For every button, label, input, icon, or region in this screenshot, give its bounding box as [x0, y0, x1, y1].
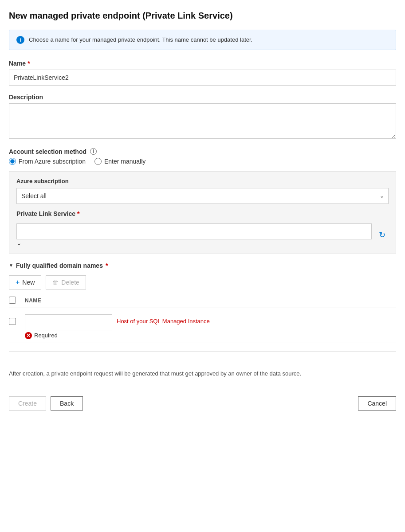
subscription-label: Azure subscription [16, 178, 389, 184]
new-button[interactable]: + New [9, 275, 41, 289]
required-error: ✕ Required [25, 332, 112, 339]
radio-azure-input[interactable] [9, 158, 16, 165]
description-label: Description [9, 94, 396, 101]
header-checkbox-col [9, 297, 25, 305]
fqdn-input-wrapper: ✕ Required [25, 314, 112, 339]
cancel-button[interactable]: Cancel [358, 396, 396, 411]
name-label: Name * [9, 60, 396, 67]
fqdn-input[interactable] [25, 314, 112, 330]
fqdn-required-star: * [106, 262, 108, 269]
row-checkbox[interactable] [9, 318, 16, 325]
bottom-left-buttons: Create Back [9, 396, 83, 411]
row-input-area: ✕ Required Host of your SQL Managed Inst… [25, 314, 396, 339]
fqdn-toolbar: + New 🗑 Delete [9, 275, 396, 289]
private-link-required-star: * [77, 210, 79, 217]
radio-group: From Azure subscription Enter manually [9, 158, 396, 165]
name-input[interactable] [9, 70, 396, 86]
subscription-select[interactable]: Select all [16, 188, 389, 204]
bottom-toolbar: Create Back Cancel [9, 389, 396, 411]
description-field-group: Description [9, 94, 396, 140]
divider [9, 351, 396, 352]
delete-button: 🗑 Delete [46, 275, 86, 289]
trash-icon: 🗑 [52, 279, 59, 286]
row-checkbox-col [9, 314, 25, 326]
page-title: New managed private endpoint (Private Li… [9, 11, 396, 21]
footer-note: After creation, a private endpoint reque… [9, 369, 390, 379]
radio-azure-subscription[interactable]: From Azure subscription [9, 158, 86, 165]
radio-enter-manually[interactable]: Enter manually [94, 158, 145, 165]
hint-row: ✕ Required Host of your SQL Managed Inst… [25, 314, 396, 339]
refresh-icon[interactable]: ↻ [375, 227, 389, 243]
fqdn-table: NAME ✕ Required Host of your SQL Managed… [9, 297, 396, 343]
radio-manual-input[interactable] [94, 158, 102, 165]
private-link-row: ⌄ ↻ [16, 223, 389, 246]
fqdn-section-title: ▼ Fully qualified domain names * [9, 262, 396, 269]
select-all-checkbox[interactable] [9, 297, 16, 304]
account-selection-label: Account selection method i [9, 148, 396, 155]
fqdn-hint-text: Host of your SQL Managed Instance [117, 314, 210, 325]
name-field-group: Name * [9, 60, 396, 86]
info-banner: i Choose a name for your managed private… [9, 30, 396, 50]
create-button: Create [9, 396, 46, 411]
info-icon: i [16, 36, 24, 44]
new-button-label: New [22, 279, 35, 286]
table-header-row: NAME [9, 297, 396, 308]
required-error-text: Required [34, 332, 58, 339]
back-button[interactable]: Back [51, 396, 83, 411]
account-selection-group: Account selection method i From Azure su… [9, 148, 396, 254]
info-banner-text: Choose a name for your managed private e… [29, 35, 252, 44]
plus-icon: + [16, 278, 20, 286]
description-input[interactable] [9, 103, 396, 139]
radio-manual-label: Enter manually [104, 158, 145, 165]
private-link-select-wrapper: ⌄ [16, 223, 372, 246]
delete-button-label: Delete [61, 279, 79, 286]
triangle-icon: ▼ [9, 263, 13, 268]
table-row: ✕ Required Host of your SQL Managed Inst… [9, 311, 396, 343]
account-selection-info-icon[interactable]: i [90, 148, 97, 155]
private-link-select[interactable] [16, 223, 372, 239]
name-required-star: * [28, 60, 30, 67]
subscription-select-wrapper: Select all ⌄ [16, 188, 389, 204]
fqdn-section: ▼ Fully qualified domain names * + New 🗑… [9, 262, 396, 343]
radio-azure-label: From Azure subscription [19, 158, 86, 165]
error-icon: ✕ [25, 332, 32, 339]
subscription-box: Azure subscription Select all ⌄ Private … [9, 171, 396, 254]
private-link-chevron-icon: ⌄ [16, 239, 22, 246]
name-column-header: NAME [25, 297, 396, 304]
private-link-label: Private Link Service * [16, 210, 389, 217]
